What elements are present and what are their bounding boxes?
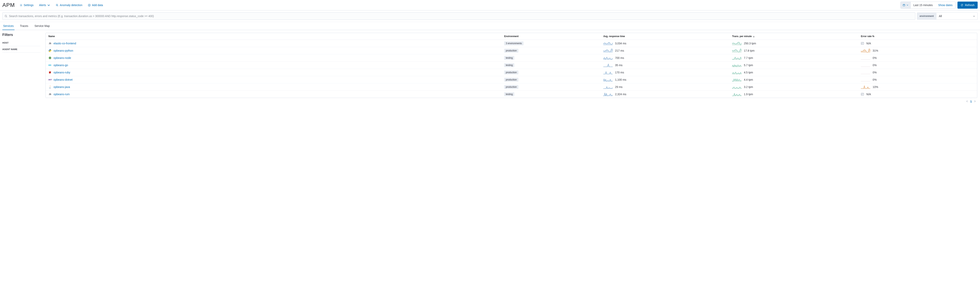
col-tpm[interactable]: Trans. per minute: [729, 33, 858, 40]
service-link[interactable]: opbeans-node: [54, 56, 71, 59]
col-avg-response[interactable]: Avg. response time: [601, 33, 729, 40]
datepicker-range[interactable]: Last 15 minutes: [911, 3, 935, 7]
svg-point-7: [49, 65, 50, 66]
environment-select[interactable]: All: [937, 12, 978, 20]
filter-agent-name[interactable]: AGENT NAME: [2, 46, 40, 53]
error-rate-value: 0%: [873, 71, 877, 74]
filters-sidebar: Filters HOST AGENT NAME: [0, 30, 43, 106]
svg-rect-12: [861, 93, 864, 95]
avg-response-value: 35 ms: [615, 64, 622, 67]
avg-response-value: 170 ms: [615, 71, 624, 74]
tpm-value: 4.4 tpm: [744, 78, 753, 81]
response-sparkline: [603, 56, 613, 60]
response-sparkline: [603, 63, 613, 67]
filter-host[interactable]: HOST: [2, 40, 40, 46]
tab-services[interactable]: Services: [2, 22, 14, 30]
svg-rect-3: [903, 4, 905, 6]
error-rate-value: N/A: [866, 42, 871, 45]
gear-icon: [20, 4, 22, 7]
service-link[interactable]: opbeans-go: [54, 64, 68, 67]
calendar-icon: [902, 4, 905, 6]
pagination: 1: [46, 98, 977, 104]
add-data-label: Add data: [92, 3, 103, 7]
throughput-sparkline: [732, 42, 741, 45]
avg-response-value: 2,324 ms: [615, 93, 627, 96]
date-picker: Last 15 minutes Show dates: [900, 2, 956, 9]
python-agent-icon: [48, 49, 51, 52]
environment-label: environment: [917, 12, 937, 20]
settings-label: Settings: [24, 3, 34, 7]
pager-next[interactable]: [974, 100, 976, 103]
env-badge: testing: [504, 92, 514, 96]
anomaly-link[interactable]: Anomaly detection: [56, 3, 82, 7]
avg-response-value: 700 ms: [615, 56, 624, 59]
app-title: APM: [2, 2, 15, 8]
tpm-value: 250.3 tpm: [744, 42, 756, 45]
col-environment[interactable]: Environment: [501, 33, 601, 40]
throughput-sparkline: [732, 49, 741, 53]
error-rate-value: 10%: [873, 85, 878, 88]
error-rate-value: N/A: [866, 93, 871, 96]
tpm-value: 3.2 tpm: [744, 85, 753, 88]
refresh-icon: [961, 4, 963, 6]
throughput-sparkline: [732, 70, 741, 74]
svg-point-8: [50, 65, 51, 66]
error-sparkline: [861, 70, 870, 74]
service-link[interactable]: opbeans-dotnet: [54, 78, 73, 81]
response-sparkline: [603, 70, 613, 74]
refresh-label: Refresh: [965, 3, 975, 7]
env-badge: testing: [504, 56, 514, 60]
chevron-left-icon: [966, 100, 968, 102]
avg-response-value: 29 ms: [615, 85, 622, 88]
alerts-label: Alerts: [39, 3, 46, 7]
go-agent-icon: [48, 64, 51, 67]
col-name[interactable]: Name: [46, 33, 501, 40]
tab-service-map[interactable]: Service Map: [34, 22, 51, 30]
col-error-rate[interactable]: Error rate %: [858, 33, 977, 40]
dotnet-agent-icon: .NET: [48, 78, 51, 81]
service-link[interactable]: opbeans-rum: [54, 93, 70, 96]
env-badge: production: [504, 70, 518, 74]
sort-down-icon: [753, 35, 755, 37]
error-sparkline: [861, 63, 870, 67]
pager-current[interactable]: 1: [970, 100, 972, 103]
table-row: opbeans-java production 29 ms 3.2 tpm 10…: [46, 83, 977, 91]
error-sparkline: [861, 78, 870, 82]
tpm-value: 17.8 tpm: [744, 49, 754, 52]
services-table-panel: Name Environment Avg. response time Tran…: [46, 33, 977, 98]
env-badge: production: [504, 85, 518, 89]
search-row: environment All: [0, 10, 980, 22]
chevron-down-icon: [973, 15, 975, 17]
service-link[interactable]: elastic-co-frontend: [54, 42, 76, 45]
throughput-sparkline: [732, 56, 741, 60]
search-input[interactable]: [9, 14, 913, 18]
avg-response-value: 3,034 ms: [615, 42, 627, 45]
throughput-sparkline: [732, 63, 741, 67]
plus-circle-icon: [88, 4, 91, 7]
service-link[interactable]: opbeans-java: [54, 85, 70, 88]
add-data-link[interactable]: Add data: [88, 3, 103, 7]
services-table: Name Environment Avg. response time Tran…: [46, 33, 977, 98]
pager-prev[interactable]: [966, 100, 968, 103]
settings-link[interactable]: Settings: [20, 3, 34, 7]
alerts-link[interactable]: Alerts: [39, 3, 50, 7]
chevron-right-icon: [974, 100, 976, 102]
search-input-wrap[interactable]: [2, 12, 915, 20]
response-sparkline: [603, 42, 613, 45]
env-badge: 3 environments: [504, 42, 523, 45]
error-sparkline: [861, 49, 870, 53]
response-sparkline: [603, 85, 613, 89]
datepicker-quickselect[interactable]: [900, 2, 911, 8]
env-badge: production: [504, 49, 518, 53]
svg-rect-5: [861, 42, 864, 45]
error-rate-value: 0%: [873, 56, 877, 59]
tab-traces[interactable]: Traces: [19, 22, 29, 30]
show-dates-link[interactable]: Show dates: [935, 3, 955, 7]
throughput-sparkline: [732, 85, 741, 89]
search-icon: [5, 15, 8, 18]
refresh-button[interactable]: Refresh: [958, 2, 978, 9]
table-row: JSelastic-co-frontend 3 environments 3,0…: [46, 40, 977, 47]
service-link[interactable]: opbeans-python: [54, 49, 73, 52]
anomaly-label: Anomaly detection: [60, 3, 82, 7]
service-link[interactable]: opbeans-ruby: [54, 71, 70, 74]
